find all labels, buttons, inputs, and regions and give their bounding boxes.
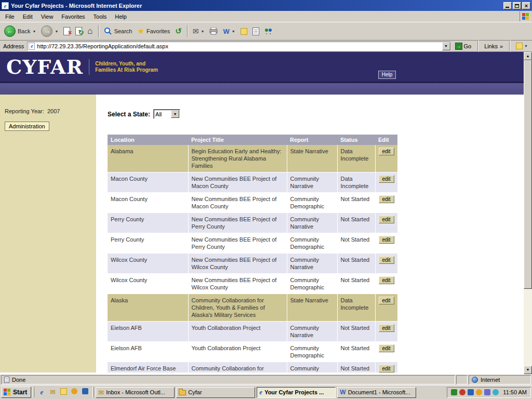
go-button[interactable]: → Go [453, 42, 474, 50]
status-cell: Not Started [337, 254, 375, 274]
stop-button[interactable]: × [61, 26, 72, 36]
zone-label: Internet [481, 377, 500, 383]
scrollbar-thumb[interactable] [524, 60, 532, 289]
system-tray: 11:50 AM [447, 387, 531, 398]
menu-tools[interactable]: Tools [89, 12, 111, 21]
launch-app-icon[interactable] [81, 388, 89, 396]
menu-edit[interactable]: Edit [19, 12, 37, 21]
home-button[interactable]: ⌂ [85, 25, 95, 37]
print-button[interactable] [207, 26, 220, 36]
discuss-button[interactable] [250, 26, 261, 36]
table-row: Macon County New Communities BEE Project… [108, 193, 397, 213]
search-icon [104, 27, 112, 35]
administration-button[interactable]: Administration [5, 122, 49, 131]
address-label: Address [2, 43, 25, 49]
menu-file[interactable]: File [1, 12, 19, 21]
close-button[interactable]: × [522, 2, 530, 9]
tray-shield-icon[interactable] [451, 389, 457, 395]
mail-button[interactable]: ✉ ▼ [191, 26, 207, 36]
vertical-scrollbar[interactable]: ▲ ▼ [524, 52, 532, 374]
research-icon [241, 28, 247, 35]
chevron-down-icon[interactable]: ▼ [171, 110, 179, 118]
help-button[interactable]: Help [378, 71, 396, 79]
project-title-cell: New Communities BEE Project of Wilcox Co… [188, 254, 287, 274]
task-cyfar-folder[interactable]: Cyfar [176, 387, 255, 398]
report-cell: Community Narrative [287, 254, 337, 274]
edit-button[interactable]: edit [379, 276, 394, 284]
edit-cell: edit [375, 342, 397, 362]
menu-view[interactable]: View [37, 12, 58, 21]
edit-button[interactable]: edit [379, 297, 394, 304]
standard-toolbar: ← Back ▼ → ▼ × ↻ ⌂ Search ★ Favorites [0, 22, 532, 41]
tray-volume-icon[interactable] [493, 389, 499, 395]
edit-button[interactable]: edit [379, 344, 394, 352]
history-button[interactable]: ↺ [173, 25, 184, 37]
back-dropdown-icon[interactable]: ▼ [32, 30, 36, 33]
forward-dropdown-icon[interactable]: ▼ [55, 30, 58, 33]
edit-button[interactable]: edit [379, 175, 394, 183]
header-location: Location [108, 135, 188, 145]
extra-dropdown-icon[interactable]: ▼ [524, 44, 528, 48]
scroll-up-icon[interactable]: ▲ [524, 52, 532, 60]
report-cell: Community Narrative [287, 362, 337, 373]
messenger-button[interactable] [262, 26, 274, 36]
edit-button[interactable]: edit [379, 324, 394, 332]
word-dropdown-icon[interactable]: ▼ [232, 30, 235, 33]
folder-icon [179, 390, 186, 395]
outlook-icon: ✉ [98, 389, 104, 396]
address-input[interactable]: e http://72.29.23.35/ReportingApplicatio… [27, 42, 450, 51]
show-desktop-icon[interactable] [59, 388, 68, 396]
links-toolbar[interactable]: Links » [482, 43, 505, 49]
edit-button[interactable]: edit [379, 216, 394, 223]
word-icon: W [223, 28, 229, 35]
edit-button[interactable]: edit [379, 195, 394, 203]
toolbar-grip[interactable] [33, 387, 34, 397]
maximize-button[interactable] [513, 2, 521, 9]
state-select[interactable]: All ▼ [153, 109, 180, 119]
tray-update-icon[interactable] [476, 389, 482, 395]
header-status: Status [337, 135, 375, 145]
minimize-button[interactable] [503, 2, 512, 9]
edit-with-word-button[interactable]: W ▼ [221, 26, 237, 36]
project-title-cell: Begin Education Early and Healthy: Stren… [188, 145, 287, 172]
refresh-button[interactable]: ↻ [73, 26, 84, 36]
scroll-down-icon[interactable]: ▼ [524, 366, 532, 374]
title-bar[interactable]: e Your Cyfar Projects - Microsoft Intern… [0, 0, 532, 11]
edit-button[interactable]: edit [379, 365, 394, 373]
launch-outlook-icon[interactable]: ✉ [48, 388, 57, 396]
report-cell: Community Demographic [287, 274, 337, 294]
back-button[interactable]: ← Back ▼ [2, 24, 38, 38]
menu-favorites[interactable]: Favorites [57, 12, 89, 21]
task-cyfar-projects[interactable]: e Your Cyfar Projects ... [257, 387, 336, 398]
tray-alert-icon[interactable] [459, 389, 466, 395]
tray-network-icon[interactable] [468, 389, 474, 395]
table-header-row: Location Project Title Report Status Edi… [108, 135, 397, 145]
task-word-document[interactable]: W Document1 - Microsoft... [337, 387, 416, 398]
location-cell: Alaska [108, 294, 188, 322]
edit-button[interactable]: edit [379, 148, 394, 155]
launch-ie-icon[interactable]: e [37, 388, 46, 396]
favorites-button[interactable]: ★ Favorites [135, 25, 172, 37]
research-button[interactable] [238, 27, 249, 36]
location-cell: Alabama [108, 145, 188, 172]
launch-media-icon[interactable] [70, 388, 78, 396]
edit-button[interactable]: edit [379, 256, 394, 264]
links-chevron-icon[interactable]: » [500, 43, 503, 49]
toolbar-grip[interactable] [92, 387, 94, 397]
task-outlook[interactable]: ✉ Inbox - Microsoft Outl... [96, 387, 175, 398]
status-bar: Done Internet [0, 374, 532, 385]
search-button[interactable]: Search [102, 26, 135, 36]
go-icon: → [455, 43, 462, 50]
location-cell: Eielson AFB [108, 342, 188, 362]
edit-button[interactable]: edit [379, 236, 394, 244]
location-cell: Macon County [108, 193, 188, 213]
mail-dropdown-icon[interactable]: ▼ [201, 30, 205, 33]
toolbar-extra-button[interactable]: ▼ [514, 42, 530, 50]
forward-button[interactable]: → ▼ [39, 24, 60, 38]
tray-messenger-icon[interactable] [484, 389, 490, 395]
start-button[interactable]: Start [1, 387, 31, 398]
address-dropdown-button[interactable]: ▼ [442, 42, 450, 50]
table-row: Alabama Begin Education Early and Health… [108, 145, 397, 172]
edit-cell: edit [375, 322, 397, 342]
menu-help[interactable]: Help [111, 12, 131, 21]
